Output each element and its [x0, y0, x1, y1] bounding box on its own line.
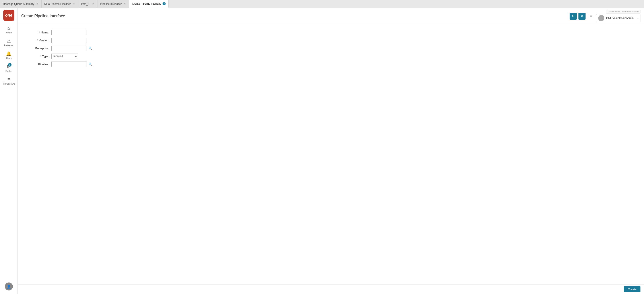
sidebar-item-switch[interactable]: ⊞ 2 Switch — [3, 62, 14, 74]
avatar-icon: 👤 — [7, 284, 11, 289]
user-avatar-image — [598, 15, 604, 21]
toolbar: Create Pipeline Interface ↻ ✕ ≡ Official… — [18, 8, 644, 24]
enterprise-label: Enterprise: — [25, 47, 52, 50]
toolbar-right: ↻ ✕ ≡ OfficialValueChainAdmin/Admin ONEi… — [570, 10, 640, 22]
sidebar-item-home[interactable]: ⌂ Home — [3, 24, 14, 36]
pipeline-input-group: 🔍 — [52, 62, 93, 67]
sidebar-logo[interactable]: one — [3, 10, 14, 21]
problems-label: Problems — [4, 44, 13, 47]
close-icon: ✕ — [581, 14, 583, 18]
menus-favs-icon-container: ≡ — [8, 77, 10, 82]
alerts-label: Alerts — [6, 57, 12, 60]
tab-neo-plasma[interactable]: NEO Plasma Pipelines× — [42, 0, 78, 8]
main-layout: one ⌂ Home ⚠ Problems 🔔 Alerts ⊞ 2 — [0, 8, 644, 294]
form-row-type: * Type: InboundOutbound — [25, 54, 637, 59]
user-tooltip: OfficialValueChainAdmin/Admin — [606, 10, 640, 14]
badge-switch: 2 — [8, 63, 12, 67]
tab-create-pipeline-interface[interactable]: Create Pipeline Interface× — [129, 0, 168, 8]
sidebar-avatar[interactable]: 👤 — [5, 282, 13, 290]
type-select[interactable]: InboundOutbound — [52, 54, 78, 59]
tab-close-item-ib[interactable]: × — [92, 2, 94, 6]
menus-favs-label: Menus/Favs — [3, 82, 14, 85]
dropdown-arrow-icon: ▾ — [637, 17, 638, 20]
enterprise-input[interactable] — [52, 46, 87, 51]
form-row-pipeline: Pipeline: 🔍 — [25, 62, 637, 67]
pipeline-input[interactable] — [52, 62, 87, 67]
refresh-button[interactable]: ↻ — [570, 12, 577, 20]
user-info-area: OfficialValueChainAdmin/Admin ONEiValueC… — [596, 10, 640, 22]
logo-text: one — [5, 13, 12, 18]
tab-close-create-pipeline-interface[interactable]: × — [162, 2, 166, 5]
problems-icon-container: ⚠ — [7, 38, 11, 44]
bottom-bar: Create — [18, 284, 644, 294]
tab-pipeline-interfaces[interactable]: Pipeline Interfaces× — [98, 0, 129, 8]
alerts-icon: 🔔 — [6, 51, 12, 56]
enterprise-input-group: 🔍 — [52, 46, 93, 51]
home-label: Home — [6, 32, 12, 34]
menu-button[interactable]: ≡ — [587, 12, 594, 20]
home-icon: ⌂ — [7, 26, 10, 31]
name-input[interactable] — [52, 30, 87, 35]
form-row-enterprise: Enterprise: 🔍 — [25, 46, 637, 51]
sidebar-item-problems[interactable]: ⚠ Problems — [3, 36, 14, 49]
sidebar-item-menus-favs[interactable]: ≡ Menus/Favs — [3, 74, 14, 87]
tab-label-neo-plasma: NEO Plasma Pipelines — [44, 2, 71, 6]
switch-label: Switch — [6, 70, 12, 72]
form-row-version: * Version: — [25, 38, 637, 43]
tab-close-pipeline-interfaces[interactable]: × — [123, 2, 126, 6]
form-area: * Name: * Version: Enterprise: 🔍 * Type: — [18, 24, 644, 284]
home-icon-container: ⌂ — [7, 26, 10, 32]
name-label: * Name: — [25, 31, 52, 34]
tab-item-ib[interactable]: Item_IB× — [78, 0, 98, 8]
tab-message-queue[interactable]: Message Queue Summary× — [0, 0, 42, 8]
tab-close-neo-plasma[interactable]: × — [72, 2, 76, 6]
form-row-name: * Name: — [25, 30, 637, 35]
tab-bar: Message Queue Summary×NEO Plasma Pipelin… — [0, 0, 644, 8]
sidebar: one ⌂ Home ⚠ Problems 🔔 Alerts ⊞ 2 — [0, 8, 18, 294]
refresh-icon: ↻ — [572, 14, 574, 18]
version-input[interactable] — [52, 38, 87, 43]
menus-favs-icon: ≡ — [8, 77, 10, 82]
menu-icon: ≡ — [590, 14, 592, 18]
page-title: Create Pipeline Interface — [21, 14, 65, 18]
alerts-icon-container: 🔔 — [6, 51, 12, 57]
enterprise-search-button[interactable]: 🔍 — [88, 46, 93, 51]
sidebar-item-alerts[interactable]: 🔔 Alerts — [3, 49, 14, 62]
enterprise-search-icon: 🔍 — [88, 46, 92, 50]
content-area: Create Pipeline Interface ↻ ✕ ≡ Official… — [18, 8, 644, 294]
pipeline-label: Pipeline: — [25, 63, 52, 66]
close-button[interactable]: ✕ — [578, 12, 586, 20]
pipeline-search-icon: 🔍 — [88, 62, 92, 66]
switch-icon-container: ⊞ 2 — [7, 64, 11, 70]
tab-label-message-queue: Message Queue Summary — [3, 2, 34, 6]
version-label: * Version: — [25, 39, 52, 42]
tab-close-message-queue[interactable]: × — [36, 2, 39, 6]
user-name-label: ONEiValueChainAdmin — [606, 16, 636, 20]
sidebar-bottom: 👤 — [5, 282, 13, 290]
pipeline-search-button[interactable]: 🔍 — [88, 62, 93, 67]
toolbar-left: Create Pipeline Interface — [21, 14, 65, 18]
tab-label-pipeline-interfaces: Pipeline Interfaces — [100, 2, 122, 6]
user-dropdown[interactable]: ONEiValueChainAdmin ▾ — [596, 14, 640, 22]
problems-icon: ⚠ — [7, 38, 11, 44]
tab-label-item-ib: Item_IB — [81, 2, 90, 6]
tab-label-create-pipeline-interface: Create Pipeline Interface — [132, 2, 161, 5]
create-button[interactable]: Create — [624, 286, 640, 292]
type-label: * Type: — [25, 55, 52, 58]
